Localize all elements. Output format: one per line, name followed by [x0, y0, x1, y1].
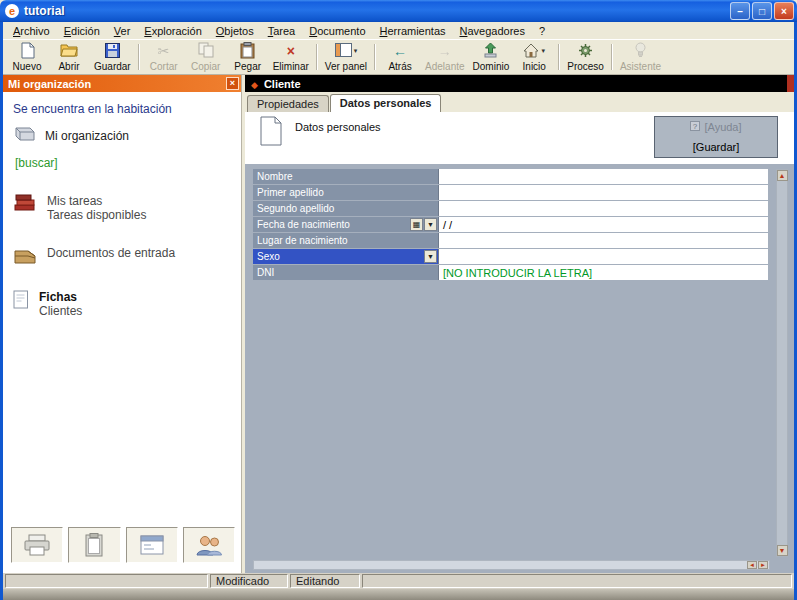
- scroll-right-icon[interactable]: ►: [758, 561, 768, 569]
- record-card-icon: [13, 290, 29, 311]
- forward-arrow-icon: →: [438, 44, 452, 58]
- sidebar-item-fichas[interactable]: FichasClientes: [13, 290, 235, 318]
- form-row-segundo-apellido: Segundo apellido: [253, 201, 768, 216]
- menu-archivo[interactable]: Archivo: [6, 23, 57, 39]
- statusbar-cell-2: Editando: [290, 574, 360, 588]
- atras-button[interactable]: ←Atrás: [379, 41, 421, 73]
- minimize-button[interactable]: –: [730, 2, 750, 20]
- menu-herramientas[interactable]: Herramientas: [373, 23, 453, 39]
- adelante-label: Adelante: [425, 61, 464, 72]
- toolbar-icon-row: →: [438, 43, 452, 60]
- copiar-label: Copiar: [191, 61, 220, 72]
- menu-ver[interactable]: Ver: [107, 23, 138, 39]
- menu-tarea[interactable]: Tarea: [261, 23, 303, 39]
- ver-panel-button[interactable]: ▾Ver panel: [321, 41, 371, 73]
- tray-cards-icon[interactable]: [126, 527, 178, 563]
- toolbar-icon-row: [198, 43, 214, 60]
- tab-datos-personales[interactable]: Datos personales: [330, 94, 442, 112]
- inicio-button[interactable]: ▾Inicio: [513, 41, 555, 73]
- nuevo-button[interactable]: Nuevo: [6, 41, 48, 73]
- menu-help[interactable]: ?: [532, 23, 552, 39]
- form-row-dni: DNI[NO INTRODUCIR LA LETRA]: [253, 265, 768, 280]
- menu-documento[interactable]: Documento: [302, 23, 372, 39]
- field-label-text: Sexo: [257, 251, 280, 262]
- guardar-label: Guardar: [94, 61, 131, 72]
- form-row-lugar-de-nacimiento: Lugar de nacimiento: [253, 233, 768, 248]
- eliminar-button[interactable]: ×Eliminar: [269, 41, 313, 73]
- toolbar-icon-row: [60, 43, 78, 60]
- tab-propiedades[interactable]: Propiedades: [247, 95, 329, 112]
- close-button[interactable]: ×: [774, 2, 794, 20]
- scroll-left-icon[interactable]: ◄: [747, 561, 757, 569]
- field-value-lugar-de-nacimiento[interactable]: [439, 233, 768, 248]
- field-label-text: Nombre: [257, 171, 293, 182]
- toolbar-separator: [374, 44, 376, 70]
- guardar-button[interactable]: Guardar: [90, 41, 135, 73]
- organization-item[interactable]: Mi organización: [13, 126, 235, 146]
- field-label-text: Lugar de nacimiento: [257, 235, 348, 246]
- field-label-text: Primer apellido: [257, 187, 324, 198]
- sidebar-item-line: Mis tareas: [47, 194, 146, 208]
- home-icon: [523, 43, 539, 60]
- app-icon: e: [5, 4, 19, 18]
- form-region: NombrePrimer apellidoSegundo apellidoFec…: [245, 164, 794, 573]
- chevron-down-icon[interactable]: ▾: [354, 47, 358, 55]
- statusbar-cell-3: [362, 574, 792, 588]
- window-title: tutorial: [24, 4, 730, 18]
- menu-navegadores[interactable]: Navegadores: [453, 23, 532, 39]
- svg-text:?: ?: [693, 122, 698, 131]
- maximize-button[interactable]: □: [752, 2, 772, 20]
- cortar-button: ✂Cortar: [143, 41, 185, 73]
- tray-printer-icon[interactable]: [11, 527, 63, 563]
- label-buttons: ▦▼: [410, 218, 437, 231]
- form-row-primer-apellido: Primer apellido: [253, 185, 768, 200]
- abrir-button[interactable]: Abrir: [48, 41, 90, 73]
- field-value-primer-apellido[interactable]: [439, 185, 768, 200]
- menu-objetos[interactable]: Objetos: [209, 23, 261, 39]
- menu-exploracion[interactable]: Exploración: [137, 23, 208, 39]
- field-value-segundo-apellido[interactable]: [439, 201, 768, 216]
- sidebar-close-icon[interactable]: ×: [226, 77, 239, 90]
- form-row-nombre: Nombre: [253, 169, 768, 184]
- sidebar-icon-tray: [11, 523, 235, 569]
- toolbar: NuevoAbrirGuardar✂CortarCopiarPegar×Elim…: [3, 40, 794, 75]
- toolbar-icon-row: [240, 43, 255, 60]
- organization-label: Mi organización: [45, 129, 129, 143]
- scroll-down-icon[interactable]: ▼: [777, 545, 788, 556]
- menubar: ArchivoEdiciónVerExploraciónObjetosTarea…: [3, 22, 794, 40]
- field-value-sexo[interactable]: [439, 249, 768, 264]
- scroll-up-icon[interactable]: ▲: [777, 170, 788, 181]
- help-button[interactable]: ? [Ayuda]: [655, 117, 777, 137]
- field-value-nombre[interactable]: [439, 169, 768, 184]
- proceso-button[interactable]: Proceso: [563, 41, 608, 73]
- field-value-dni[interactable]: [NO INTRODUCIR LA LETRA]: [439, 265, 768, 280]
- ver-panel-label: Ver panel: [325, 61, 367, 72]
- toolbar-icon-row: ▾: [523, 43, 545, 60]
- dropdown-icon[interactable]: ▼: [424, 218, 437, 231]
- pegar-button[interactable]: Pegar: [227, 41, 269, 73]
- toolbar-icon-row: [483, 43, 498, 60]
- sidebar-body: Se encuentra en la habitación Mi organiz…: [3, 92, 241, 573]
- sidebar-item-line: Tareas disponibles: [47, 208, 146, 222]
- calendar-icon[interactable]: ▦: [410, 218, 423, 231]
- asistente-button: Asistente: [616, 41, 665, 73]
- vertical-scrollbar[interactable]: ▲ ▼: [776, 169, 788, 557]
- tray-clipboard-icon[interactable]: [68, 527, 120, 563]
- inbox-trays-icon: [13, 246, 37, 266]
- sidebar-item-mis-tareas[interactable]: Mis tareasTareas disponibles: [13, 194, 235, 222]
- tray-contacts-icon[interactable]: [183, 527, 235, 563]
- dropdown-icon[interactable]: ▼: [424, 250, 437, 263]
- form-grid: NombrePrimer apellidoSegundo apellidoFec…: [253, 169, 768, 280]
- field-value-fecha-de-nacimiento[interactable]: / /: [439, 217, 768, 232]
- save-button[interactable]: [Guardar]: [655, 137, 777, 157]
- dominio-button[interactable]: Dominio: [469, 41, 514, 73]
- menu-edicion[interactable]: Edición: [57, 23, 107, 39]
- asistente-label: Asistente: [620, 61, 661, 72]
- sidebar-item-documentos-de-entrada[interactable]: Documentos de entrada: [13, 246, 235, 266]
- horizontal-scrollbar[interactable]: ◄ ►: [253, 560, 770, 570]
- toolbar-icon-row: ✂: [158, 43, 170, 60]
- chevron-down-icon[interactable]: ▾: [541, 47, 545, 55]
- search-link[interactable]: [buscar]: [15, 156, 58, 170]
- open-folder-icon: [60, 43, 78, 59]
- copy-icon: [198, 42, 214, 60]
